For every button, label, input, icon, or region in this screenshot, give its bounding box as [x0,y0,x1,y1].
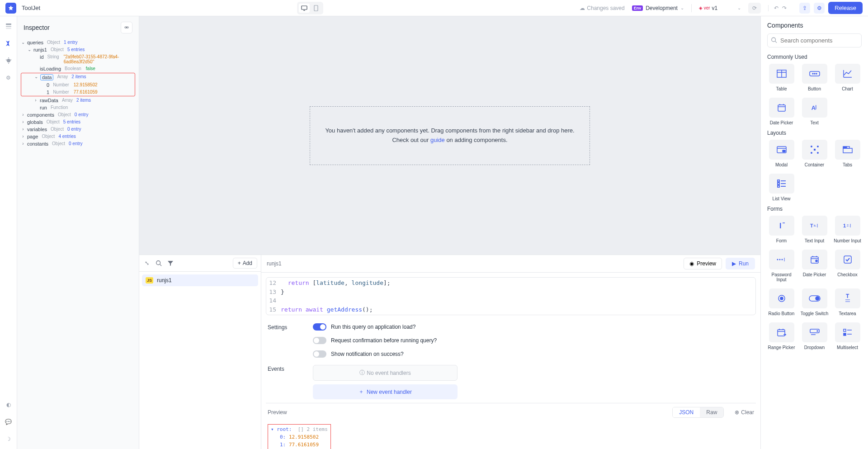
component-button[interactable]: Button [800,64,829,91]
toggle-confirm[interactable] [313,337,326,344]
no-event-handlers: ⓘNo event handlers [313,365,458,381]
plus-icon: + [238,260,241,266]
component-datepicker[interactable]: Date Picker [767,98,796,125]
inspector-panel: Inspector ⚮ ⌄queriesObject1 entry ⌄runjs… [17,16,139,449]
toggle-run-on-load[interactable] [313,323,326,331]
component-checkbox[interactable]: Checkbox [833,250,862,282]
chevron-down-icon: ⌄ [680,5,684,10]
component-numberinput[interactable]: 12.Number Input [833,216,862,243]
search-icon [771,37,777,44]
guide-link[interactable]: guide [430,137,445,143]
component-rangepicker[interactable]: Range Picker [767,322,796,350]
run-query-button[interactable]: ▶Run [726,258,755,269]
svg-line-9 [6,60,7,60]
refresh-button[interactable]: ⟳ [748,3,761,14]
raw-view-button[interactable]: Raw [700,407,723,417]
svg-rect-22 [778,105,785,111]
svg-point-55 [781,259,783,260]
component-modal[interactable]: Modal [767,140,796,167]
component-tabs[interactable]: Tabs [833,140,862,167]
editor-query-name[interactable]: runjs1 [267,260,282,267]
query-item-runjs1[interactable]: JS runjs1 [142,274,258,286]
component-toggleswitch[interactable]: Toggle Switch [800,288,829,316]
js-badge-icon: JS [146,277,153,284]
caret-icon[interactable]: › [21,119,25,124]
component-text[interactable]: AText [800,98,829,125]
version-badge-icon: ◈ ver [699,5,710,10]
section-forms: Forms [767,206,862,212]
svg-point-20 [814,73,815,74]
svg-rect-39 [778,180,779,182]
caret-icon[interactable]: › [21,134,25,139]
theme-button[interactable]: ☽ [4,435,13,444]
component-datepicker2[interactable]: Date Picker [800,250,829,282]
component-chart[interactable]: Chart [833,64,862,91]
caret-icon[interactable]: › [21,127,25,132]
inspector-tab[interactable] [4,39,13,48]
comment-button[interactable]: 💬 [4,417,13,426]
component-multiselect[interactable]: Multiselect [833,322,862,350]
component-textinput[interactable]: Ta.Text Input [800,216,829,243]
svg-point-53 [777,259,778,260]
component-dropdown[interactable]: Dropdown [800,322,829,350]
caret-icon[interactable]: › [21,112,25,117]
svg-line-12 [160,265,162,266]
undo-button[interactable]: ↶ [774,5,778,11]
share-button[interactable]: ⇪ [799,3,810,14]
svg-line-14 [775,41,777,43]
collapse-button[interactable]: ⤡ [143,259,151,267]
svg-rect-62 [844,256,851,263]
component-container[interactable]: Container [800,140,829,167]
chevron-down-icon: ⌄ [737,5,741,10]
debug-tab[interactable] [4,56,13,65]
result-highlight-box: ▾ root: [] 2 items 0: 12.9158502 1: 77.6… [268,424,331,449]
env-selector[interactable]: Env Development ⌄ [632,5,684,11]
inspector-title: Inspector [24,24,50,31]
svg-rect-3 [6,24,11,25]
settings-button[interactable]: ⚙ [814,3,825,14]
component-radiobutton[interactable]: Radio Button [767,288,796,316]
search-queries-button[interactable] [155,259,163,267]
canvas-dropzone[interactable]: You haven't added any components yet. Dr… [310,106,590,165]
clear-result-button[interactable]: ⊗Clear [735,409,754,416]
new-event-handler-button[interactable]: ＋New event handler [313,384,458,399]
component-form[interactable]: IForm [767,216,796,243]
toggle-notify[interactable] [313,350,326,358]
component-listview[interactable]: List View [767,174,796,201]
filter-queries-button[interactable] [166,259,175,267]
svg-rect-4 [6,26,11,27]
json-view-button[interactable]: JSON [673,407,700,417]
caret-icon[interactable]: ⌄ [21,40,25,45]
unpin-button[interactable]: ⚮ [121,22,132,33]
env-badge-icon: Env [632,5,643,11]
help-button[interactable]: ◐ [4,400,13,409]
canvas-area[interactable]: You haven't added any components yet. Dr… [139,16,760,255]
events-label: Events [268,365,295,372]
desktop-view-button[interactable] [299,4,310,13]
component-textarea[interactable]: TTextarea [833,288,862,316]
version-selector[interactable]: ◈ ver v1 ⌄ [699,5,741,11]
app-logo[interactable] [5,3,16,14]
component-table[interactable]: Table [767,64,796,91]
add-query-button[interactable]: +Add [233,258,257,269]
topbar: ToolJet ☁ Changes saved Env Development … [0,0,868,16]
svg-point-66 [816,297,819,300]
caret-icon[interactable]: ⌄ [27,47,32,52]
caret-icon[interactable]: › [33,98,38,103]
caret-icon[interactable]: ⌄ [34,74,38,79]
pages-tab[interactable] [4,22,13,31]
component-passwordinput[interactable]: Password Input [767,250,796,282]
release-button[interactable]: Release [828,2,863,14]
svg-point-54 [779,259,780,260]
svg-point-75 [817,331,818,331]
search-components-input[interactable] [767,33,862,47]
code-editor[interactable]: 12 return [latitude, longitude]; 13} 14 … [266,277,756,315]
global-settings-tab[interactable]: ⚙ [4,73,13,82]
caret-icon[interactable]: › [21,141,25,146]
redo-button[interactable]: ↷ [782,5,787,11]
svg-rect-30 [783,150,785,152]
svg-rect-0 [302,6,307,9]
mobile-view-button[interactable] [311,4,321,13]
unpin-icon: ⚮ [124,24,129,31]
preview-query-button[interactable]: ◉Preview [684,258,722,269]
